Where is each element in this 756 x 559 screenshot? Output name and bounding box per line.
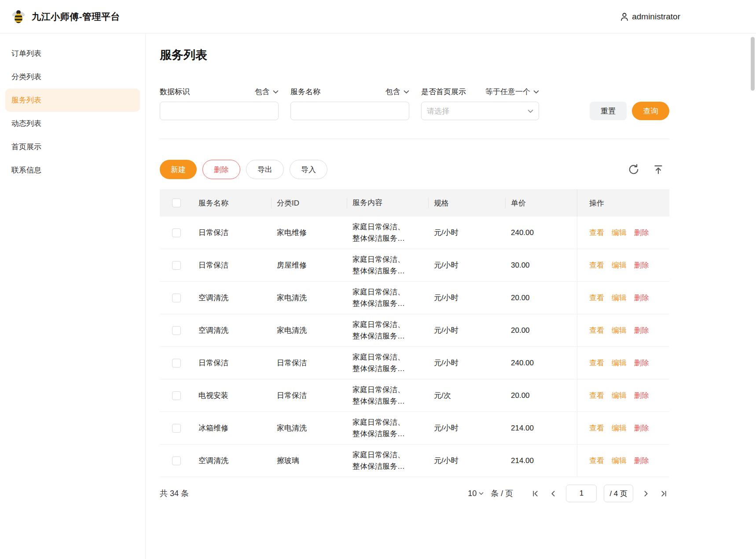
export-button[interactable]: 导出: [246, 160, 284, 179]
filter-group-homepage-display: 是否首页展示 等于任意一个 请选择: [421, 87, 539, 120]
cell-spec: 元/小时: [429, 423, 506, 433]
per-page-label: 条 / 页: [491, 488, 513, 499]
sidebar-item-label: 首页展示: [11, 142, 41, 152]
data-id-operator-dropdown[interactable]: 包含: [255, 87, 279, 97]
filter-group-data-id: 数据标识 包含: [160, 87, 279, 120]
view-link[interactable]: 查看: [589, 456, 604, 466]
delete-link[interactable]: 删除: [634, 228, 649, 238]
edit-link[interactable]: 编辑: [612, 423, 627, 433]
row-checkbox[interactable]: [172, 359, 181, 368]
edit-link[interactable]: 编辑: [612, 260, 627, 270]
table-row: 空调清洗 擦玻璃 家庭日常保洁、 整体保洁服务… 元/小时 214.00 查看 …: [160, 445, 669, 477]
select-all-checkbox[interactable]: [172, 199, 181, 207]
delete-link[interactable]: 删除: [634, 260, 649, 270]
edit-link[interactable]: 编辑: [612, 228, 627, 238]
table-row: 日常保洁 家电维修 家庭日常保洁、 整体保洁服务… 元/小时 240.00 查看…: [160, 217, 669, 249]
cell-category-id: 擦玻璃: [272, 456, 347, 466]
cell-service-content: 家庭日常保洁、 整体保洁服务…: [347, 384, 429, 407]
delete-link[interactable]: 删除: [634, 456, 649, 466]
cell-unit-price: 240.00: [506, 359, 577, 368]
edit-link[interactable]: 编辑: [612, 325, 627, 335]
cell-spec: 元/次: [429, 390, 506, 401]
column-header-category-id: 分类ID: [272, 198, 347, 208]
chevron-down-icon: [533, 90, 539, 94]
search-button[interactable]: 查询: [632, 102, 669, 120]
row-checkbox[interactable]: [172, 294, 181, 302]
cell-service-content: 家庭日常保洁、 整体保洁服务…: [347, 449, 429, 472]
back-to-top-icon[interactable]: [653, 164, 664, 175]
vertical-scrollbar[interactable]: [751, 37, 755, 91]
view-link[interactable]: 查看: [589, 423, 604, 433]
edit-link[interactable]: 编辑: [612, 456, 627, 466]
cell-spec: 元/小时: [429, 325, 506, 335]
sidebar-item-4[interactable]: 动态列表: [5, 112, 140, 135]
edit-link[interactable]: 编辑: [612, 358, 627, 368]
sidebar-item-6[interactable]: 联系信息: [5, 158, 140, 182]
sidebar-item-1[interactable]: 订单列表: [5, 42, 140, 65]
delete-link[interactable]: 删除: [634, 390, 649, 401]
delete-link[interactable]: 删除: [634, 423, 649, 433]
cell-unit-price: 20.00: [506, 391, 577, 400]
sidebar-item-label: 订单列表: [11, 48, 41, 59]
delete-link[interactable]: 删除: [634, 325, 649, 335]
sidebar-item-2[interactable]: 分类列表: [5, 65, 140, 88]
app-title: 九江小师傅-管理平台: [32, 11, 120, 23]
table-row: 电视安装 日常保洁 家庭日常保洁、 整体保洁服务… 元/次 20.00 查看 编…: [160, 379, 669, 412]
edit-link[interactable]: 编辑: [612, 390, 627, 401]
create-button[interactable]: 新建: [160, 160, 197, 179]
row-checkbox[interactable]: [172, 456, 181, 465]
delete-button[interactable]: 删除: [202, 160, 240, 179]
row-checkbox[interactable]: [172, 424, 181, 433]
service-name-operator-value: 包含: [385, 87, 400, 97]
total-pages-label: / 4 页: [604, 485, 633, 502]
prev-page-button[interactable]: [548, 488, 559, 499]
row-checkbox[interactable]: [172, 391, 181, 400]
delete-link[interactable]: 删除: [634, 358, 649, 368]
page-size-value: 10: [468, 489, 477, 498]
sidebar-item-3[interactable]: 服务列表: [5, 88, 140, 112]
cell-unit-price: 240.00: [506, 228, 577, 237]
user-menu[interactable]: administrator: [620, 0, 680, 33]
cell-service-content: 家庭日常保洁、 整体保洁服务…: [347, 319, 429, 342]
homepage-display-label: 是否首页展示: [421, 87, 466, 97]
cell-spec: 元/小时: [429, 260, 506, 270]
delete-link[interactable]: 删除: [634, 293, 649, 303]
view-link[interactable]: 查看: [589, 260, 604, 270]
cell-service-content: 家庭日常保洁、 整体保洁服务…: [347, 254, 429, 277]
import-button[interactable]: 导入: [290, 160, 327, 179]
homepage-operator-value: 等于任意一个: [485, 87, 530, 97]
service-name-input[interactable]: [290, 102, 409, 120]
row-checkbox[interactable]: [172, 326, 181, 335]
view-link[interactable]: 查看: [589, 325, 604, 335]
sidebar-item-5[interactable]: 首页展示: [5, 135, 140, 158]
topbar: 九江小师傅-管理平台 administrator: [0, 0, 756, 33]
edit-link[interactable]: 编辑: [612, 293, 627, 303]
table-row: 日常保洁 房屋维修 家庭日常保洁、 整体保洁服务… 元/小时 30.00 查看 …: [160, 249, 669, 282]
next-page-button[interactable]: [640, 488, 651, 499]
service-name-operator-dropdown[interactable]: 包含: [385, 87, 409, 97]
total-count: 共 34 条: [160, 488, 189, 499]
row-checkbox[interactable]: [172, 228, 181, 237]
reset-button[interactable]: 重置: [590, 102, 627, 120]
sidebar-item-label: 服务列表: [11, 95, 41, 105]
refresh-icon[interactable]: [628, 164, 639, 175]
page-size-select[interactable]: 10: [468, 489, 484, 498]
chevron-down-icon: [273, 90, 279, 94]
table-toolbar: 新建 删除 导出 导入: [160, 160, 669, 179]
current-page-input[interactable]: 1: [566, 485, 597, 502]
cell-service-content: 家庭日常保洁、 整体保洁服务…: [347, 287, 429, 309]
view-link[interactable]: 查看: [589, 358, 604, 368]
data-id-input[interactable]: [160, 102, 279, 120]
view-link[interactable]: 查看: [589, 390, 604, 401]
table-row: 空调清洗 家电清洗 家庭日常保洁、 整体保洁服务… 元/小时 20.00 查看 …: [160, 314, 669, 347]
homepage-operator-dropdown[interactable]: 等于任意一个: [485, 87, 539, 97]
row-checkbox[interactable]: [172, 261, 181, 270]
view-link[interactable]: 查看: [589, 293, 604, 303]
view-link[interactable]: 查看: [589, 228, 604, 238]
select-placeholder: 请选择: [427, 106, 449, 116]
homepage-display-select[interactable]: 请选择: [421, 102, 539, 120]
service-name-label: 服务名称: [290, 87, 320, 97]
cell-category-id: 家电清洗: [272, 325, 347, 335]
last-page-button[interactable]: [658, 488, 669, 499]
first-page-button[interactable]: [530, 488, 541, 499]
